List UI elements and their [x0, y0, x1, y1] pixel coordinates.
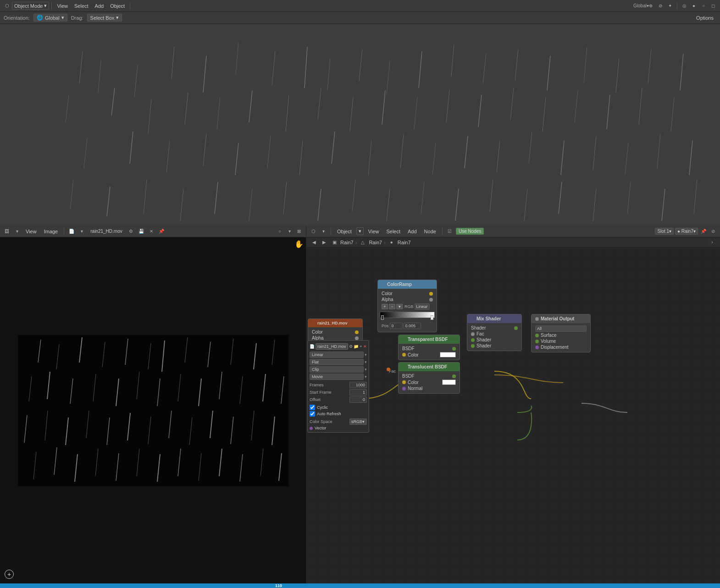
transparent-color-socket-in[interactable] — [402, 353, 406, 357]
use-nodes-btn[interactable]: Use Nodes — [456, 228, 484, 235]
wireframe-icon[interactable]: ◻ — [709, 2, 717, 10]
image-editor-type-icon[interactable]: 🖼 — [3, 227, 11, 236]
breadcrumb-mesh-icon[interactable]: ▣ — [330, 238, 338, 247]
ramp-add-btn[interactable]: + — [382, 304, 388, 309]
breadcrumb-item-1[interactable]: Rain7 — [340, 240, 354, 245]
overlay-icon[interactable]: ⊘ — [656, 2, 665, 10]
ramp-sub-btn[interactable]: − — [389, 304, 395, 309]
img-file-icon[interactable]: 📄 — [67, 227, 76, 236]
extend-dropdown[interactable]: Flat — [310, 359, 364, 365]
start-frame-value[interactable]: 1 — [349, 389, 367, 396]
node-node-menu[interactable]: Node — [421, 228, 439, 235]
offset-value[interactable]: 0 — [349, 396, 367, 403]
select-menu[interactable]: Select — [72, 2, 91, 10]
node-select-menu[interactable]: Select — [383, 228, 403, 235]
add-menu[interactable]: Add — [92, 2, 107, 10]
img-pin-icon[interactable]: 📌 — [157, 227, 166, 236]
alpha-out-socket[interactable] — [429, 298, 433, 302]
img-save-icon[interactable]: 💾 — [137, 227, 145, 236]
image-image-menu[interactable]: Image — [41, 228, 61, 235]
viewport-3d[interactable] — [0, 24, 720, 225]
node-overlay-icon[interactable]: ⊘ — [709, 227, 717, 236]
material-disp-socket[interactable] — [535, 346, 539, 349]
img-close-icon[interactable]: ✕ — [147, 227, 155, 236]
img-overlay-icon[interactable]: ⊠ — [295, 227, 303, 236]
mix-shader2-in-socket[interactable] — [471, 344, 475, 348]
frames-value[interactable]: 1000 — [349, 382, 367, 388]
translucent-bsdf-node[interactable]: Translucent BSDF BSDF Color Normal — [398, 362, 460, 394]
clip-dropdown[interactable]: Clip — [310, 366, 364, 373]
mix-shader1-in-socket[interactable] — [471, 338, 475, 342]
use-nodes-checkbox[interactable]: ☑ — [446, 227, 454, 236]
rain-color-socket[interactable] — [355, 330, 359, 334]
interp-dropdown[interactable]: Linear — [310, 352, 364, 358]
breadcrumb-scroll-right[interactable]: › — [708, 238, 716, 247]
global-dropdown[interactable]: Global▾ — [637, 2, 645, 10]
object-mode-dropdown[interactable]: Object Mode ▾ — [12, 2, 49, 10]
transparent-color-swatch[interactable] — [440, 352, 456, 357]
translucent-bsdf-socket[interactable] — [452, 374, 456, 378]
cyclic-checkbox[interactable] — [310, 405, 315, 410]
colorramp-node[interactable]: ColorRamp Color Alpha + − ▾ R — [377, 280, 437, 332]
node-object-menu[interactable]: Object — [334, 228, 354, 235]
ramp-stop-left[interactable] — [381, 315, 384, 320]
blender-icon[interactable]: ⬡ — [3, 2, 11, 10]
auto-refresh-checkbox[interactable] — [310, 411, 315, 417]
transparent-bsdf-socket[interactable] — [452, 347, 456, 351]
img-settings-icon[interactable]: ⚙ — [127, 227, 135, 236]
drag-dropdown[interactable]: Select Box ▾ — [87, 14, 122, 22]
translucent-normal-in-socket[interactable] — [402, 387, 406, 390]
node-pin-icon[interactable]: 📌 — [699, 227, 708, 236]
solid-icon[interactable]: ○ — [699, 2, 708, 10]
rain-alpha-socket[interactable] — [355, 336, 359, 340]
transparent-bsdf-node[interactable]: Transparent BSDF BSDF Color — [398, 335, 460, 360]
material-preview-icon[interactable]: ● — [690, 2, 698, 10]
colorspace-dropdown[interactable]: sRGB▾ — [349, 418, 367, 425]
color-out-socket[interactable] — [429, 292, 433, 296]
vector-socket[interactable] — [310, 427, 313, 430]
image-type-dropdown[interactable]: ▾ — [13, 227, 21, 236]
material-surface-socket[interactable] — [535, 334, 539, 337]
ramp-stop-right[interactable] — [431, 315, 433, 320]
image-viewport[interactable]: ✋ — [0, 237, 306, 583]
object-menu[interactable]: Object — [107, 2, 127, 10]
node-view-menu[interactable]: View — [366, 228, 382, 235]
material-output-node[interactable]: Material Output All Surface Volume — [531, 314, 591, 352]
material-all-dropdown[interactable]: All — [535, 325, 587, 332]
img-sphere-icon[interactable]: ○ — [276, 227, 284, 236]
translucent-color-swatch[interactable] — [442, 379, 456, 385]
mix-shader-out-socket[interactable] — [514, 326, 518, 330]
pos-input[interactable] — [390, 323, 403, 329]
pos-value-input[interactable] — [404, 323, 421, 329]
orientation-dropdown[interactable]: 🌐 Global ▾ — [33, 14, 67, 22]
node-editor-type-icon[interactable]: ⬡ — [309, 227, 317, 236]
source-dropdown[interactable]: Movie — [310, 374, 364, 380]
node-type-dropdown[interactable]: ▾ — [319, 227, 327, 236]
popup-folder-icon[interactable]: 📁 — [354, 342, 359, 351]
node-add-menu[interactable]: Add — [405, 228, 420, 235]
material-dropdown-row[interactable]: All — [533, 325, 588, 332]
slot-dropdown[interactable]: Slot 1▾ — [655, 228, 674, 235]
transform-icon[interactable]: ⊕ — [647, 2, 655, 10]
mix-shader-node[interactable]: Mix Shader Shader Fac Shader — [467, 314, 522, 351]
breadcrumb-nav-right[interactable]: ▶ — [320, 238, 328, 247]
breadcrumb-item-3[interactable]: Rain7 — [398, 240, 411, 245]
mix-fac-in-socket[interactable] — [471, 332, 475, 336]
interpolation-dropdown[interactable]: Linear — [415, 303, 430, 310]
view-menu[interactable]: View — [54, 2, 71, 10]
rain7-dropdown[interactable]: ● Rain7▾ — [675, 228, 698, 235]
image-view-menu[interactable]: View — [23, 228, 39, 235]
options-btn[interactable]: Options — [693, 14, 716, 22]
img-filename-dropdown[interactable]: ▾ — [78, 227, 86, 236]
breadcrumb-item-2[interactable]: Rain7 — [369, 240, 382, 245]
material-volume-socket[interactable] — [535, 340, 539, 343]
popup-close-icon[interactable]: ✕ — [363, 342, 367, 351]
gradient-bar[interactable] — [380, 312, 435, 318]
gizmo-icon[interactable]: ✦ — [666, 2, 674, 10]
img-dropdown2[interactable]: ▾ — [285, 227, 294, 236]
popup-settings-icon[interactable]: ⚙ — [349, 342, 353, 351]
popup-new-icon[interactable]: + — [360, 342, 362, 351]
render-icon[interactable]: ◎ — [680, 2, 688, 10]
ramp-down-btn[interactable]: ▾ — [396, 304, 403, 309]
translucent-color-in-socket[interactable] — [402, 380, 406, 384]
